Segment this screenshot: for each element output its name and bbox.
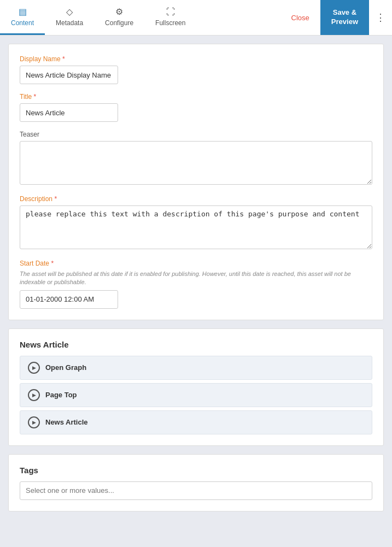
tab-fullscreen[interactable]: ⛶ Fullscreen — [144, 0, 196, 35]
tab-configure-label: Configure — [105, 19, 133, 27]
more-options-button[interactable]: ⋮ — [369, 0, 392, 35]
news-article-expand-icon — [28, 416, 40, 428]
close-button[interactable]: Close — [280, 0, 320, 35]
configure-icon: ⚙ — [115, 7, 123, 17]
metadata-icon: ◇ — [66, 7, 73, 17]
collapsible-open-graph[interactable]: Open Graph — [20, 356, 372, 380]
tags-card: Tags — [8, 454, 384, 511]
start-date-input[interactable] — [20, 290, 118, 309]
display-name-input[interactable] — [20, 66, 118, 84]
title-label: Title * — [20, 93, 372, 101]
save-preview-label: Save &Preview — [331, 8, 358, 27]
content-icon: ▤ — [19, 7, 27, 17]
start-date-hint: The asset will be published at this date… — [20, 270, 372, 287]
teaser-input[interactable] — [20, 141, 372, 185]
page-top-label: Page Top — [45, 391, 77, 399]
tab-metadata-label: Metadata — [56, 19, 83, 27]
collapsible-news-article[interactable]: News Article — [20, 410, 372, 434]
start-date-group: Start Date * The asset will be published… — [20, 260, 372, 309]
display-name-group: Display Name * — [20, 55, 372, 84]
teaser-group: Teaser — [20, 131, 372, 186]
open-graph-label: Open Graph — [45, 363, 86, 372]
top-nav: ▤ Content ◇ Metadata ⚙ Configure ⛶ Fulls… — [0, 0, 392, 36]
title-input[interactable] — [20, 103, 118, 122]
main-content: Display Name * Title * Teaser Descriptio… — [0, 36, 392, 520]
news-article-section-title: News Article — [20, 340, 372, 349]
news-article-label: News Article — [45, 418, 88, 426]
teaser-label: Teaser — [20, 131, 372, 138]
tags-input[interactable] — [20, 481, 372, 500]
tab-content-label: Content — [11, 19, 34, 27]
tab-fullscreen-label: Fullscreen — [155, 19, 185, 27]
title-group: Title * — [20, 93, 372, 122]
save-preview-button[interactable]: Save &Preview — [320, 0, 369, 35]
tab-content[interactable]: ▤ Content — [0, 0, 45, 35]
tab-configure[interactable]: ⚙ Configure — [94, 0, 144, 35]
display-name-label: Display Name * — [20, 55, 372, 63]
news-article-card: News Article Open Graph Page Top News Ar… — [8, 328, 384, 446]
fullscreen-icon: ⛶ — [166, 7, 175, 17]
basic-fields-card: Display Name * Title * Teaser Descriptio… — [8, 44, 384, 320]
page-top-expand-icon — [28, 389, 40, 401]
description-label: Description * — [20, 195, 372, 203]
start-date-label: Start Date * — [20, 260, 372, 267]
collapsible-page-top[interactable]: Page Top — [20, 383, 372, 407]
tags-section-title: Tags — [20, 466, 372, 475]
description-group: Description * please replace this text w… — [20, 195, 372, 251]
open-graph-expand-icon — [28, 362, 40, 374]
more-icon: ⋮ — [376, 11, 385, 23]
tab-metadata[interactable]: ◇ Metadata — [45, 0, 94, 35]
description-input[interactable]: please replace this text with a descript… — [20, 205, 372, 249]
